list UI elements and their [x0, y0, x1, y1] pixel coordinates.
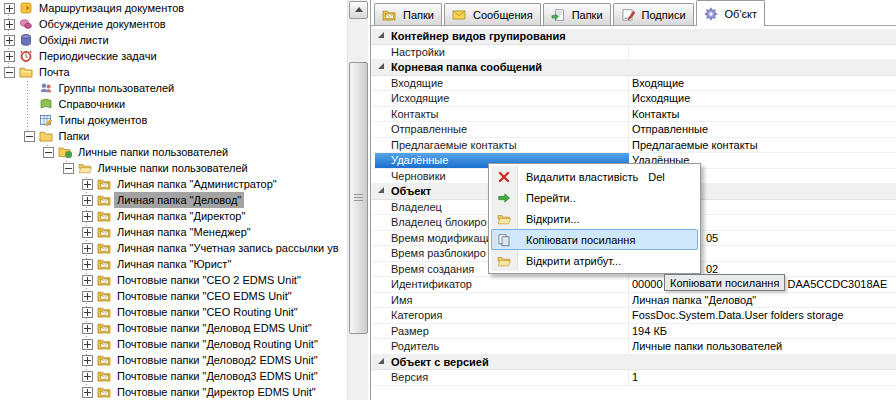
expand-plus-toggle[interactable]	[82, 307, 93, 318]
tree-item[interactable]: Почтовые папки "Директор EDMS Unit"	[0, 384, 347, 400]
category-row[interactable]: Корневая папка сообщений	[371, 60, 896, 76]
tree-item[interactable]: Почтовые папки "CEO 2 EDMS Unit"	[0, 272, 347, 288]
category-expand-icon[interactable]	[378, 63, 384, 69]
scroll-up-button[interactable]	[349, 1, 368, 19]
tree-item[interactable]: Справочники	[0, 96, 347, 112]
expand-plus-toggle[interactable]	[82, 275, 93, 286]
tree-item[interactable]: Папки	[0, 128, 347, 144]
tree-item[interactable]: Почтовые папки "CEO Routing Unit"	[0, 304, 347, 320]
property-value-cell[interactable]: Контакты	[629, 108, 896, 120]
property-row[interactable]: Версия1	[371, 370, 896, 386]
property-name-cell[interactable]: Категория	[375, 308, 629, 323]
tab-messages[interactable]: Сообщения	[444, 3, 541, 25]
expand-plus-toggle[interactable]	[4, 51, 15, 62]
tab-folders-views[interactable]: Папки	[543, 3, 611, 25]
collapse-minus-toggle[interactable]	[43, 147, 54, 158]
property-row[interactable]: КатегорияFossDoc.System.Data.User folder…	[371, 308, 896, 324]
menu-item-delete-property[interactable]: Видалити властивістьDel	[491, 166, 698, 187]
tree-item[interactable]: Личные папки пользователей	[0, 144, 347, 160]
property-row[interactable]: ИсходящиеИсходящие	[371, 91, 896, 107]
tree-item[interactable]: Личная папка "Директор"	[0, 208, 347, 224]
tree-item[interactable]: Почтовые папки "Деловод2 EDMS Unit"	[0, 352, 347, 368]
tree-item[interactable]: Обсуждение документов	[0, 16, 347, 32]
property-name-cell[interactable]: Идентификатор	[375, 277, 629, 292]
tree-item[interactable]: Почтовые папки "Деловод3 EDMS Unit"	[0, 368, 347, 384]
property-name-cell[interactable]: Настройки	[375, 45, 629, 60]
tab-signatures[interactable]: Подписи	[613, 3, 694, 25]
tree-item[interactable]: Периодические задачи	[0, 48, 347, 64]
tree-item[interactable]: Типы документов	[0, 112, 347, 128]
property-row[interactable]: ОтправленныеОтправленные	[371, 122, 896, 138]
expand-plus-toggle[interactable]	[82, 323, 93, 334]
scrollbar-thumb[interactable]	[349, 62, 368, 334]
property-name-cell[interactable]: Контакты	[375, 107, 629, 122]
property-name-cell[interactable]: Имя	[375, 293, 629, 308]
collapse-minus-toggle[interactable]	[63, 163, 74, 174]
property-row[interactable]: КонтактыКонтакты	[371, 107, 896, 123]
category-expand-icon[interactable]	[378, 32, 384, 38]
expand-plus-toggle[interactable]	[82, 227, 93, 238]
tree-item[interactable]: Маршрутизация документов	[0, 0, 347, 16]
collapse-minus-toggle[interactable]	[4, 67, 15, 78]
property-value-cell[interactable]: Личные папки пользователей	[629, 340, 896, 352]
expand-plus-toggle[interactable]	[4, 19, 15, 30]
expand-plus-toggle[interactable]	[82, 259, 93, 270]
property-row[interactable]: Предлагаемые контактыПредлагаемые контак…	[371, 138, 896, 154]
property-row[interactable]: ИмяЛичная папка "Деловод"	[371, 293, 896, 309]
property-row[interactable]: РодительЛичные папки пользователей	[371, 339, 896, 355]
expand-plus-toggle[interactable]	[82, 195, 93, 206]
menu-item-open-attribute[interactable]: Відкрити атрибут...	[491, 250, 698, 271]
collapse-minus-toggle[interactable]	[24, 131, 35, 142]
property-value-cell[interactable]: Входящие	[629, 77, 896, 89]
tree-item[interactable]: Личная папка "Менеджер"	[0, 224, 347, 240]
property-name-cell[interactable]: Предлагаемые контакты	[375, 138, 629, 153]
expand-plus-toggle[interactable]	[82, 387, 93, 398]
expand-plus-toggle[interactable]	[82, 243, 93, 254]
tree-item[interactable]: Личные папки пользователей	[0, 160, 347, 176]
tree-item[interactable]: Личная папка "Деловод"	[0, 192, 347, 208]
tab-object[interactable]: Об'єкт	[696, 0, 766, 26]
expand-plus-toggle[interactable]	[82, 211, 93, 222]
tab-folders[interactable]: Папки	[374, 3, 442, 25]
tree-scrollbar[interactable]	[347, 0, 368, 400]
tree-item[interactable]: Почта	[0, 64, 347, 80]
property-row[interactable]: Размер194 КБ	[371, 324, 896, 340]
expand-plus-toggle[interactable]	[82, 371, 93, 382]
property-value-cell[interactable]: FossDoc.System.Data.User folders storage	[629, 309, 896, 321]
menu-item-go[interactable]: Перейти..	[491, 187, 698, 208]
property-value-cell[interactable]: 194 КБ	[629, 325, 896, 337]
property-name-cell[interactable]: Размер	[375, 324, 629, 339]
property-value-cell[interactable]: Личная папка "Деловод"	[629, 294, 896, 306]
property-row[interactable]: Настройки	[371, 45, 896, 61]
property-name-cell[interactable]: Входящие	[375, 76, 629, 91]
category-row[interactable]: Объект с версией	[371, 355, 896, 371]
property-value-cell[interactable]: 1	[629, 371, 896, 383]
tree-item[interactable]: Личная папка "Администратор"	[0, 176, 347, 192]
expand-plus-toggle[interactable]	[82, 179, 93, 190]
property-row[interactable]: ВходящиеВходящие	[371, 76, 896, 92]
property-value-cell[interactable]: Отправленные	[629, 123, 896, 135]
property-value-cell[interactable]: Предлагаемые контакты	[629, 139, 896, 151]
property-name-cell[interactable]: Исходящие	[375, 91, 629, 106]
expand-plus-toggle[interactable]	[82, 291, 93, 302]
property-row[interactable]: Идентификатор00000DAA5CCDC3018AE	[371, 277, 896, 293]
tree-item[interactable]: Почтовые папки "CEO EDMS Unit"	[0, 288, 347, 304]
expand-plus-toggle[interactable]	[4, 3, 15, 14]
expand-plus-toggle[interactable]	[4, 35, 15, 46]
property-name-cell[interactable]: Версия	[375, 370, 629, 385]
tree-item[interactable]: Обхідні листи	[0, 32, 347, 48]
tree-item[interactable]: Почтовые папки "Деловод EDMS Unit"	[0, 320, 347, 336]
expand-plus-toggle[interactable]	[82, 355, 93, 366]
category-expand-icon[interactable]	[378, 187, 384, 193]
expand-plus-toggle[interactable]	[82, 339, 93, 350]
tree-item[interactable]: Почтовые папки "Деловод Routing Unit"	[0, 336, 347, 352]
tree-item[interactable]: Группы пользователей	[0, 80, 347, 96]
category-expand-icon[interactable]	[378, 358, 384, 364]
menu-item-copy-link[interactable]: Копіювати посилання	[491, 229, 698, 250]
property-name-cell[interactable]: Родитель	[375, 339, 629, 354]
tree-item[interactable]: Личная папка "Учетная запись рассылки ув	[0, 240, 347, 256]
menu-item-open[interactable]: Відкрити...	[491, 208, 698, 229]
category-row[interactable]: Контейнер видов групирования	[371, 29, 896, 45]
property-value-cell[interactable]: Исходящие	[629, 92, 896, 104]
tree-item[interactable]: Личная папка "Юрист"	[0, 256, 347, 272]
